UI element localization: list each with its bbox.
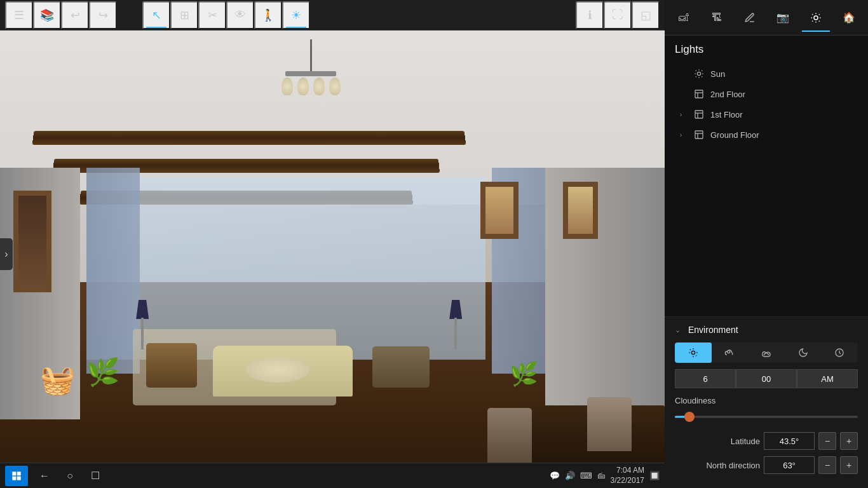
environment-section: ⌄ Environment xyxy=(665,316,868,488)
cloudiness-label: Cloudiness xyxy=(675,396,858,405)
chevron-left-icon: › xyxy=(4,248,8,260)
ceiling-beam-1 xyxy=(32,132,466,146)
artwork-right-1 xyxy=(480,182,519,239)
home-icon-btn[interactable]: 🏠 xyxy=(832,4,865,32)
dining-chair-1 xyxy=(487,408,532,465)
north-direction-input[interactable]: 63° xyxy=(764,456,815,474)
svg-line-3 xyxy=(812,14,813,15)
light-item-sun[interactable]: Sun xyxy=(675,64,858,84)
sun-label: Sun xyxy=(710,69,725,79)
time-hour-input[interactable]: 6 xyxy=(675,369,736,388)
input-icon[interactable]: 🖮 xyxy=(597,471,606,480)
north-direction-label: North direction xyxy=(675,461,760,470)
partly-cloudy-btn[interactable] xyxy=(712,342,749,363)
latitude-increase-btn[interactable]: + xyxy=(840,432,858,450)
custom-time-btn[interactable] xyxy=(821,342,858,363)
floor-light-icon-ground xyxy=(693,128,705,141)
arrange-button[interactable]: ⊞ xyxy=(170,1,198,29)
keyboard-icon[interactable]: ⌨ xyxy=(580,471,592,480)
svg-rect-38 xyxy=(12,476,16,480)
svg-line-31 xyxy=(696,355,696,356)
light-item-ground-floor[interactable]: › Ground Floor xyxy=(675,125,858,145)
north-increase-btn[interactable]: + xyxy=(840,456,858,474)
paint-icon-btn[interactable] xyxy=(733,4,766,32)
light-item-1st-floor[interactable]: › 1st Floor xyxy=(675,104,858,125)
viewport-3d[interactable]: 🌿 🌿 🧺 xyxy=(0,30,665,488)
slider-track xyxy=(675,416,858,418)
cloudy-btn[interactable] xyxy=(748,342,785,363)
top-toolbar: ☰ 📚 ↩ ↪ ↖ ⊞ ✂ 👁 🚶 ☀ ℹ ⛶ ◱ xyxy=(0,0,665,30)
expand-placeholder-2 xyxy=(680,91,690,98)
svg-rect-36 xyxy=(12,471,16,475)
plant-left: 🌿 xyxy=(86,356,119,388)
svg-rect-18 xyxy=(695,90,703,98)
action-center-icon[interactable]: 🔲 xyxy=(649,471,660,480)
svg-line-8 xyxy=(819,14,820,15)
lights-title: Lights xyxy=(675,43,858,56)
svg-line-12 xyxy=(696,71,696,71)
svg-rect-24 xyxy=(695,131,703,139)
env-collapse-icon[interactable]: ⌄ xyxy=(675,326,681,334)
svg-rect-39 xyxy=(17,476,21,480)
north-decrease-btn[interactable]: − xyxy=(818,456,836,474)
time-inputs-row: 6 00 AM xyxy=(675,369,858,388)
3dview-button[interactable]: ◱ xyxy=(632,1,660,29)
latitude-decrease-btn[interactable]: − xyxy=(818,432,836,450)
svg-line-4 xyxy=(819,20,820,21)
library-button[interactable]: 📚 xyxy=(33,1,61,29)
fullscreen-button[interactable]: ⛶ xyxy=(604,1,632,29)
slider-thumb[interactable] xyxy=(684,412,695,422)
right-panel: 🛋 🏗 📷 🏠 Lights xyxy=(665,0,868,488)
build-icon-btn[interactable]: 🏗 xyxy=(700,4,733,32)
floor-light-icon-1st xyxy=(693,108,705,121)
north-direction-row: North direction 63° − + xyxy=(675,456,858,474)
undo-button[interactable]: ↩ xyxy=(61,1,89,29)
furnish-icon-btn[interactable]: 🛋 xyxy=(667,4,700,32)
start-button[interactable] xyxy=(5,466,28,486)
walkthrough-button[interactable]: 👁 xyxy=(226,1,254,29)
latitude-row: Latitude 43.5° − + xyxy=(675,432,858,450)
lights-section: Lights Sun xyxy=(665,36,868,152)
sun-light-icon xyxy=(693,67,705,80)
svg-line-7 xyxy=(812,20,813,21)
environment-header[interactable]: ⌄ Environment xyxy=(675,325,858,335)
artwork-right-2 xyxy=(563,182,598,239)
environment-title: Environment xyxy=(688,325,738,335)
light-item-2nd-floor[interactable]: 2nd Floor xyxy=(675,84,858,104)
svg-line-13 xyxy=(702,76,702,77)
svg-rect-37 xyxy=(17,471,21,475)
info-button[interactable]: ℹ xyxy=(576,1,604,29)
svg-line-16 xyxy=(696,76,696,77)
floor-lamp-left xyxy=(133,300,152,351)
back-taskbar-button[interactable]: ← xyxy=(33,466,56,486)
tools-button[interactable]: ✂ xyxy=(198,1,226,29)
redo-button[interactable]: ↪ xyxy=(89,1,117,29)
time-ampm-input[interactable]: AM xyxy=(797,369,858,388)
floor-lamp-right xyxy=(446,300,465,351)
home-taskbar-button[interactable]: ○ xyxy=(58,466,81,486)
volume-icon[interactable]: 🔊 xyxy=(565,471,575,480)
latitude-label: Latitude xyxy=(675,437,760,446)
sun-button[interactable]: ☀ xyxy=(282,1,310,29)
lighting-icon-btn[interactable] xyxy=(799,4,832,32)
camera-icon-btn[interactable]: 📷 xyxy=(766,4,799,32)
time-minute-input[interactable]: 00 xyxy=(736,369,797,388)
walkaround-button[interactable]: 🚶 xyxy=(254,1,282,29)
1st-floor-label: 1st Floor xyxy=(710,110,743,119)
collapse-arrow[interactable]: › xyxy=(0,238,13,270)
svg-line-30 xyxy=(690,349,691,350)
ground-floor-label: Ground Floor xyxy=(710,130,759,140)
2nd-floor-label: 2nd Floor xyxy=(710,90,745,99)
menu-button[interactable]: ☰ xyxy=(5,1,33,29)
expand-arrow-1st[interactable]: › xyxy=(680,111,690,118)
multitask-taskbar-button[interactable]: ☐ xyxy=(84,466,107,486)
lights-spacer xyxy=(665,152,868,316)
basket-plant: 🧺 xyxy=(40,363,75,396)
select-button[interactable]: ↖ xyxy=(142,1,170,29)
clear-sky-btn[interactable] xyxy=(675,342,712,363)
latitude-input[interactable]: 43.5° xyxy=(764,432,815,450)
notification-icon[interactable]: 💬 xyxy=(550,471,560,480)
cloudiness-slider[interactable] xyxy=(675,410,858,423)
expand-arrow-ground[interactable]: › xyxy=(680,132,690,139)
night-btn[interactable] xyxy=(785,342,822,363)
